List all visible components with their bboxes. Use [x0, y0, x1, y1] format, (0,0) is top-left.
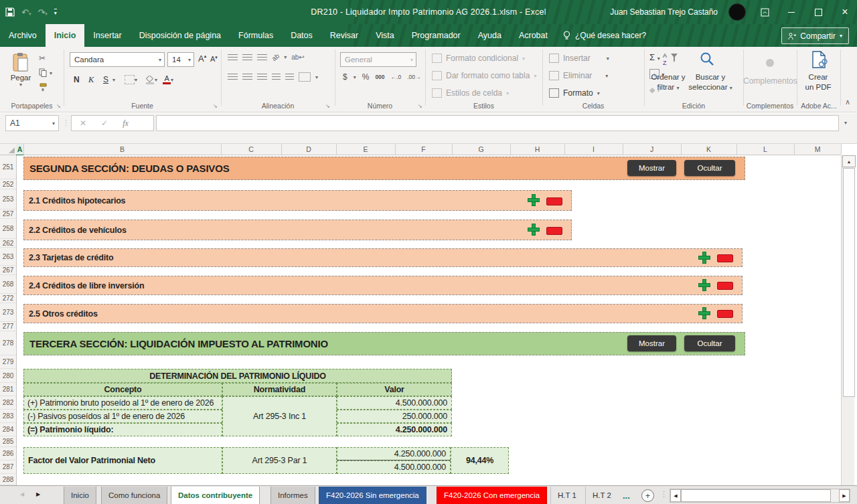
orientation-dropdown-icon[interactable]: ▾: [284, 54, 287, 60]
sheet-tab-ht1[interactable]: H.T 1: [550, 487, 583, 504]
name-box[interactable]: A1 ▾: [5, 115, 59, 131]
collapse-ribbon-icon[interactable]: ∧: [845, 98, 850, 106]
comma-format-icon[interactable]: 000: [375, 74, 384, 80]
sheet-tab-f420-sin-emergencia[interactable]: F420-2026 Sin emergencia: [319, 487, 426, 504]
add-row-icon[interactable]: [698, 279, 710, 291]
scroll-up-icon[interactable]: ▲: [842, 155, 856, 167]
decrease-indent-icon[interactable]: [272, 74, 281, 80]
col-header-F[interactable]: F: [395, 144, 453, 155]
band-2-4[interactable]: 2.4 Créditos de libre inversión: [23, 276, 743, 295]
delete-cells-button[interactable]: Eliminar▾: [549, 71, 608, 80]
factor-porcentaje[interactable]: 94,44%: [451, 447, 509, 474]
row-header[interactable]: 280: [0, 369, 16, 383]
align-top-icon[interactable]: [228, 54, 238, 61]
factor-denominador[interactable]: 4.500.000.000: [337, 460, 451, 474]
patrimonio-col-valor[interactable]: Valor: [337, 383, 452, 396]
col-header-L[interactable]: L: [736, 144, 795, 155]
namebox-splitter[interactable]: ⋮: [62, 118, 70, 127]
align-right-icon[interactable]: [257, 74, 267, 80]
remove-row-icon[interactable]: [546, 227, 562, 235]
add-row-icon[interactable]: [528, 194, 540, 206]
patrimonio-col-concepto[interactable]: Concepto: [23, 383, 222, 396]
row-header[interactable]: 272: [0, 294, 16, 303]
factor-concepto[interactable]: Factor del Valor Patrimonial Neto: [23, 447, 222, 474]
tell-me-box[interactable]: ¿Qué desea hacer?: [556, 24, 653, 47]
patrimonio-row3-concepto[interactable]: (=) Patrimonio líquido:: [23, 423, 222, 436]
format-painter-icon[interactable]: [39, 83, 48, 92]
copy-dropdown-icon[interactable]: ▾: [50, 70, 52, 76]
remove-row-icon[interactable]: [717, 254, 733, 262]
add-sheet-button[interactable]: +: [641, 489, 654, 502]
row-header[interactable]: 288: [0, 474, 16, 485]
row-header[interactable]: 253: [0, 189, 16, 209]
row-header[interactable]: 273: [0, 303, 16, 322]
remove-row-icon[interactable]: [717, 310, 733, 318]
font-color-dropdown-icon[interactable]: ▾: [171, 77, 173, 83]
increase-decimal-icon[interactable]: ←.0: [391, 74, 402, 80]
tab-archivo[interactable]: Archivo: [0, 24, 46, 47]
format-cells-button[interactable]: Formato▾: [549, 88, 600, 98]
sheet-nav-prev-icon[interactable]: ◀: [20, 491, 24, 497]
merge-dropdown-icon[interactable]: ▾: [315, 74, 318, 80]
horizontal-scroll-thumb[interactable]: [681, 489, 831, 502]
row-header[interactable]: 252: [0, 179, 16, 189]
expand-formula-bar-icon[interactable]: ▾: [844, 120, 847, 126]
patrimonio-row1-valor[interactable]: 4.500.000.000: [337, 396, 452, 410]
col-header-K[interactable]: K: [681, 144, 737, 155]
currency-format-icon[interactable]: $: [343, 72, 347, 82]
factor-numerador[interactable]: 4.250.000.000: [337, 447, 451, 460]
decrease-font-icon[interactable]: A▾: [210, 55, 218, 63]
tab-formulas[interactable]: Fórmulas: [230, 24, 282, 47]
row-header[interactable]: 277: [0, 322, 16, 331]
patrimonio-table-title[interactable]: DETERMINACIÓN DEL PATRIMONIO LÍQUIDO: [23, 369, 452, 383]
add-row-icon[interactable]: [528, 224, 540, 236]
row-header[interactable]: 251: [0, 155, 16, 179]
sheet-tab-informes[interactable]: Informes: [270, 487, 315, 504]
orientation-icon[interactable]: ab: [270, 52, 281, 63]
italic-button[interactable]: K: [88, 75, 103, 85]
font-dialog-launcher-icon[interactable]: ↘: [213, 103, 218, 109]
insert-function-icon[interactable]: fx: [123, 118, 129, 129]
currency-dropdown-icon[interactable]: ▾: [354, 74, 356, 80]
font-color-icon[interactable]: A: [163, 76, 171, 84]
create-pdf-button[interactable]: Crear un PDF: [798, 72, 838, 92]
row-header[interactable]: 263: [0, 248, 16, 266]
row-header[interactable]: 279: [0, 355, 16, 369]
tab-acrobat[interactable]: Acrobat: [510, 24, 556, 47]
select-all-corner[interactable]: [0, 144, 17, 155]
row-header[interactable]: 268: [0, 275, 16, 294]
band-2-3[interactable]: 2.3 Tarjetas de crédito: [23, 248, 743, 267]
row-header[interactable]: 278: [0, 331, 16, 355]
row-header[interactable]: 285: [0, 436, 16, 447]
tab-disposicion[interactable]: Disposición de página: [131, 24, 230, 47]
row-header[interactable]: 257: [0, 209, 16, 219]
paste-button[interactable]: Pegar ▾: [5, 51, 36, 99]
borders-dropdown-icon[interactable]: ▾: [135, 77, 137, 83]
row-header[interactable]: 267: [0, 266, 16, 275]
factor-normatividad[interactable]: Art 295-3 Par 1: [222, 447, 337, 474]
percent-format-icon[interactable]: %: [362, 72, 370, 82]
sheet-tab-como-funciona[interactable]: Como funciona: [101, 487, 167, 504]
add-row-icon[interactable]: [698, 307, 710, 319]
row-header[interactable]: 284: [0, 423, 16, 436]
increase-indent-icon[interactable]: [285, 74, 294, 80]
merge-center-icon[interactable]: [299, 72, 311, 82]
tab-insertar[interactable]: Insertar: [84, 24, 130, 47]
col-header-E[interactable]: E: [336, 144, 396, 155]
col-header-M[interactable]: M: [794, 144, 842, 155]
increase-font-icon[interactable]: A▴: [198, 54, 206, 64]
enter-formula-icon[interactable]: ✓: [101, 118, 108, 128]
align-center-icon[interactable]: [242, 74, 252, 80]
font-size-select[interactable]: 14▾: [167, 52, 194, 67]
cut-icon[interactable]: ✂: [39, 54, 46, 63]
avatar[interactable]: [728, 3, 746, 21]
tab-datos[interactable]: Datos: [282, 24, 321, 47]
align-left-icon[interactable]: [228, 74, 238, 80]
band-2-1[interactable]: 2.1 Créditos hipotecarios: [23, 190, 572, 211]
sheet-tab-datos-contribuyente[interactable]: Datos contribuyente: [171, 487, 260, 504]
borders-icon[interactable]: [125, 75, 135, 84]
restore-button[interactable]: [810, 4, 826, 20]
row-header[interactable]: 282: [0, 396, 16, 410]
row-header[interactable]: 258: [0, 219, 16, 239]
section2-ocultar-button[interactable]: Ocultar: [684, 160, 735, 176]
